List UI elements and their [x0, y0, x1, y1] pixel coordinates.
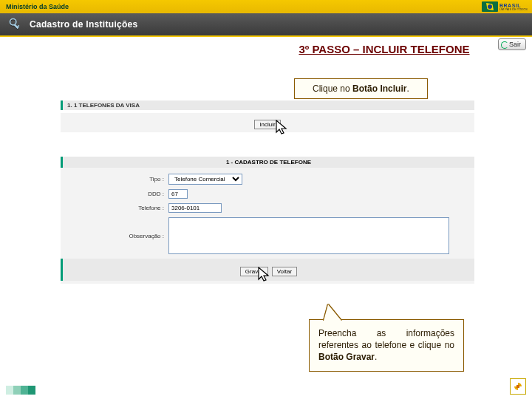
- footer-stripes-icon: [6, 386, 35, 395]
- observacao-textarea[interactable]: [168, 217, 449, 254]
- callout-tail: [324, 304, 341, 321]
- incluir-row: Incluir: [61, 113, 474, 132]
- section2-heading: 1 - CADASTRO DE TELEFONE: [61, 157, 474, 168]
- voltar-button[interactable]: Voltar: [272, 267, 297, 276]
- cursor-icon: [256, 266, 273, 287]
- section1-heading: 1. 1 TELEFONES DA VISA: [61, 100, 474, 110]
- telefones-section: 1. 1 TELEFONES DA VISA Incluir: [61, 100, 474, 132]
- ddd-label: DDD :: [112, 191, 164, 197]
- telefone-input[interactable]: [168, 203, 222, 213]
- ministry-label: Ministério da Saúde: [6, 3, 69, 10]
- brasil-logo: BRASIL UM PAÍS DE TODOS: [482, 0, 528, 13]
- tipo-select[interactable]: Telefone Comercial: [168, 174, 242, 185]
- ddd-input[interactable]: [168, 189, 188, 199]
- cursor-icon: [273, 119, 291, 140]
- step-title: 3º PASSO – INCLUIR TELEFONE: [0, 43, 532, 55]
- telefone-label: Telefone :: [112, 205, 164, 211]
- top-bar: Ministério da Saúde BRASIL UM PAÍS DE TO…: [0, 0, 532, 13]
- callout-incluir: Clique no Botão Incluir.: [294, 78, 428, 99]
- sair-button[interactable]: Sair: [498, 38, 526, 50]
- header-bar: Cadastro de Instituições: [0, 13, 532, 35]
- anvisa-logo-icon: [510, 378, 526, 395]
- tipo-label: Tipo :: [112, 176, 164, 183]
- gravar-voltar-row: Gravar Voltar: [61, 259, 474, 281]
- cadastro-telefone-form: 1 - CADASTRO DE TELEFONE Tipo : Telefone…: [61, 157, 474, 284]
- observacao-label: Observação :: [112, 233, 164, 239]
- brasil-flag-icon: [482, 1, 498, 12]
- brasil-tagline: UM PAÍS DE TODOS: [499, 8, 528, 11]
- callout-gravar: Preencha as informações referentes ao te…: [309, 319, 464, 372]
- key-icon: [7, 16, 24, 33]
- header-title: Cadastro de Instituições: [30, 19, 138, 30]
